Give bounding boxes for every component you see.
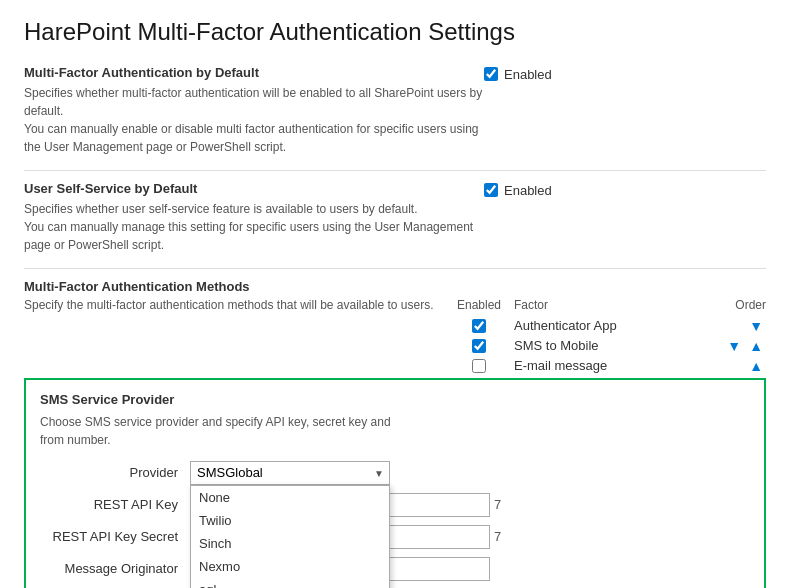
method-enabled-email[interactable] — [444, 359, 514, 373]
method-row-authenticator: Authenticator App ▼ — [24, 318, 766, 334]
methods-header: Specify the multi-factor authentication … — [24, 298, 766, 312]
methods-cols: Enabled Factor Order — [444, 298, 766, 312]
self-service-left: User Self-Service by Default Specifies w… — [24, 181, 484, 254]
rest-api-secret-hint: 7 — [494, 529, 501, 544]
method-down-sms[interactable]: ▼ — [724, 338, 744, 354]
self-service-enabled-label[interactable]: Enabled — [484, 183, 552, 198]
col-factor-header: Factor — [514, 298, 706, 312]
divider-1 — [24, 170, 766, 171]
mfa-enabled-label[interactable]: Enabled — [484, 67, 552, 82]
provider-select[interactable]: None Twilio Sinch Nexmo aql SMSGlobal — [190, 461, 390, 485]
method-order-email: ▲ — [706, 358, 766, 374]
method-row-sms: SMS to Mobile ▼ ▲ — [24, 338, 766, 354]
page-container: HarePoint Multi-Factor Authentication Se… — [0, 0, 790, 588]
provider-select-wrap[interactable]: None Twilio Sinch Nexmo aql SMSGlobal ▼ … — [190, 461, 390, 485]
page-title: HarePoint Multi-Factor Authentication Se… — [24, 18, 766, 47]
sms-provider-desc: Choose SMS service provider and specify … — [40, 413, 400, 449]
provider-label: Provider — [40, 465, 190, 480]
method-factor-email: E-mail message — [514, 358, 706, 373]
dropdown-item-twilio[interactable]: Twilio — [191, 509, 389, 532]
mfa-by-default-right: Enabled — [484, 65, 766, 82]
mfa-by-default-desc: Specifies whether multi-factor authentic… — [24, 84, 484, 156]
sms-provider-box: SMS Service Provider Choose SMS service … — [24, 378, 766, 588]
method-down-authenticator[interactable]: ▼ — [746, 318, 766, 334]
method-checkbox-sms[interactable] — [472, 339, 486, 353]
method-row-email: E-mail message ▲ — [24, 358, 766, 374]
message-originator-row: Message Originator — [40, 557, 750, 581]
dropdown-item-none[interactable]: None — [191, 486, 389, 509]
method-factor-authenticator: Authenticator App — [514, 318, 706, 333]
method-enabled-sms[interactable] — [444, 339, 514, 353]
method-checkbox-authenticator[interactable] — [472, 319, 486, 333]
method-up-sms[interactable]: ▲ — [746, 338, 766, 354]
dropdown-item-sinch[interactable]: Sinch — [191, 532, 389, 555]
rest-api-secret-label: REST API Key Secret — [40, 529, 190, 544]
rest-api-secret-row: REST API Key Secret 7 — [40, 525, 750, 549]
divider-2 — [24, 268, 766, 269]
sms-provider-title: SMS Service Provider — [40, 392, 750, 407]
self-service-right: Enabled — [484, 181, 766, 198]
rest-api-key-hint: 7 — [494, 497, 501, 512]
method-factor-sms: SMS to Mobile — [514, 338, 706, 353]
message-originator-label: Message Originator — [40, 561, 190, 576]
method-up-email[interactable]: ▲ — [746, 358, 766, 374]
provider-fields: Provider None Twilio Sinch Nexmo aql SMS… — [40, 461, 750, 581]
col-enabled-header: Enabled — [444, 298, 514, 312]
provider-dropdown[interactable]: None Twilio Sinch Nexmo aql SMSGlobal — [190, 485, 390, 588]
dropdown-item-aql[interactable]: aql — [191, 578, 389, 588]
mfa-by-default-section: Multi-Factor Authentication by Default S… — [24, 65, 766, 156]
method-checkbox-email[interactable] — [472, 359, 486, 373]
method-order-authenticator: ▼ — [706, 318, 766, 334]
dropdown-item-nexmo[interactable]: Nexmo — [191, 555, 389, 578]
method-order-sms: ▼ ▲ — [706, 338, 766, 354]
self-service-section: User Self-Service by Default Specifies w… — [24, 181, 766, 254]
mfa-by-default-left: Multi-Factor Authentication by Default S… — [24, 65, 484, 156]
method-enabled-authenticator[interactable] — [444, 319, 514, 333]
mfa-by-default-title: Multi-Factor Authentication by Default — [24, 65, 484, 80]
col-order-header: Order — [706, 298, 766, 312]
self-service-desc: Specifies whether user self-service feat… — [24, 200, 484, 254]
self-service-title: User Self-Service by Default — [24, 181, 484, 196]
self-service-enabled-text: Enabled — [504, 183, 552, 198]
methods-title: Multi-Factor Authentication Methods — [24, 279, 766, 294]
rest-api-key-label: REST API Key — [40, 497, 190, 512]
mfa-enabled-text: Enabled — [504, 67, 552, 82]
self-service-enabled-checkbox[interactable] — [484, 183, 498, 197]
mfa-enabled-checkbox[interactable] — [484, 67, 498, 81]
methods-section: Multi-Factor Authentication Methods Spec… — [24, 279, 766, 374]
rest-api-key-row: REST API Key 7 — [40, 493, 750, 517]
methods-header-desc: Specify the multi-factor authentication … — [24, 298, 444, 312]
provider-row: Provider None Twilio Sinch Nexmo aql SMS… — [40, 461, 750, 485]
